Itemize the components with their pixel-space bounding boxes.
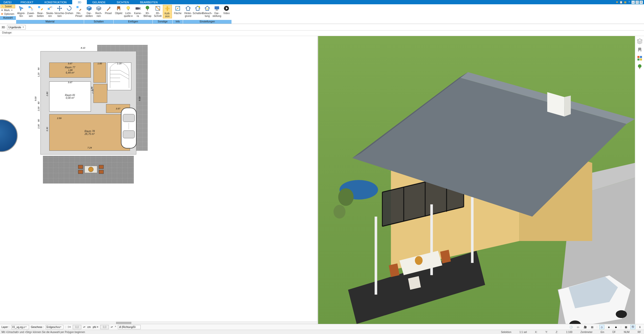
direction-select[interactable]: dl (Richtung/Di bbox=[118, 325, 141, 329]
svg-marker-33 bbox=[205, 6, 210, 10]
room-78: 2.59 Raum 78 26,75 m² 3.30 4.12 7.24 bbox=[49, 114, 130, 151]
ribbon-hintergrund[interactable]: Hinter-grund bbox=[184, 5, 193, 18]
svg-rect-16 bbox=[117, 9, 118, 10]
status-selektion: Selektion bbox=[499, 331, 513, 333]
ribbon-darstellung[interactable]: Dar-stellung bbox=[212, 5, 221, 18]
ribbon-kollision[interactable]: Kolli-sion bbox=[163, 5, 172, 18]
select-rect-icon[interactable]: ▭ bbox=[576, 325, 581, 329]
menu-bearbeiten[interactable]: BEARBEITEN bbox=[135, 0, 163, 4]
ribbon-rechnen[interactable]: Rech-nen bbox=[94, 5, 103, 18]
svg-rect-54 bbox=[123, 131, 135, 138]
mark-button[interactable]: ✸Mark.▾ bbox=[1, 8, 15, 12]
ribbon-video[interactable]: Video bbox=[222, 5, 231, 15]
help-icon[interactable]: ? bbox=[627, 1, 631, 4]
menu-konstruktion[interactable]: KONSTRUKTION bbox=[39, 0, 72, 4]
svg-line-25 bbox=[156, 6, 160, 10]
camera-icon[interactable]: 🎥 bbox=[583, 325, 588, 329]
layers-icon[interactable] bbox=[637, 38, 643, 44]
view-3d[interactable] bbox=[318, 36, 635, 324]
svg-point-32 bbox=[198, 6, 200, 8]
ribbon-hinpinsel[interactable]: Hin.Pinsel bbox=[74, 5, 83, 18]
hscroll-2d[interactable] bbox=[0, 321, 317, 324]
svg-rect-102 bbox=[639, 67, 640, 69]
assign-icon bbox=[28, 5, 34, 11]
ribbon-zuweisen[interactable]: Zuwei-sen bbox=[26, 5, 35, 18]
l-label: l = bbox=[68, 326, 71, 328]
geschoss-label: Geschoss : bbox=[31, 326, 44, 328]
pool-plan bbox=[0, 119, 18, 152]
ribbon-drehen[interactable]: Drehen bbox=[65, 5, 74, 15]
clipboard-icon[interactable]: 📋 bbox=[619, 1, 623, 4]
terrace-furniture-plan bbox=[73, 160, 109, 180]
maximize-icon[interactable]: □ bbox=[635, 1, 639, 4]
clock-icon[interactable]: 🕓 bbox=[569, 325, 574, 329]
menubar: DATEI PROJEKT KONSTRUKTION 3D GELÄNDE SI… bbox=[0, 0, 644, 4]
svg-rect-35 bbox=[215, 6, 219, 9]
tree-icon[interactable] bbox=[637, 64, 643, 70]
room-stairs: 2.20 bbox=[107, 63, 131, 90]
monitor-icon bbox=[214, 5, 220, 11]
close-icon[interactable]: × bbox=[639, 1, 643, 4]
edit-icon bbox=[37, 5, 43, 11]
ribbon-bearbeiten[interactable]: Bear-beiten bbox=[36, 5, 45, 18]
view-2d[interactable]: 3.67 Raum 77 1,80 6,44 m² 1.00 2.20 bbox=[0, 36, 318, 324]
l-input[interactable] bbox=[73, 325, 81, 329]
group-schatten: Schatten bbox=[84, 20, 113, 24]
minimize-icon[interactable]: – bbox=[631, 1, 635, 4]
svg-rect-20 bbox=[136, 7, 139, 10]
svg-rect-37 bbox=[216, 10, 218, 11]
ribbon-beleuchtung[interactable]: Beleuch-tung bbox=[203, 5, 212, 18]
ribbon-dbitmap[interactable]: 3D-Bitmap bbox=[143, 5, 152, 18]
svg-rect-96 bbox=[641, 50, 641, 52]
menu-gelaende[interactable]: GELÄNDE bbox=[87, 0, 111, 4]
ribbon-skalieren[interactable]: Skalie-ren bbox=[45, 5, 55, 18]
group-sonstige: Sonstige bbox=[153, 20, 172, 24]
group-einstellungen: Einstellungen bbox=[183, 20, 231, 24]
ribbon-abgreifen[interactable]: Abgrei-fen bbox=[17, 5, 26, 18]
scale-icon bbox=[47, 5, 53, 11]
ribbon-dschnitt[interactable]: 3D-Schnitt bbox=[153, 5, 162, 18]
svg-point-84 bbox=[415, 256, 423, 265]
ribbon-lichtquelle[interactable]: Licht-quelle ▾ bbox=[124, 5, 133, 18]
shape1-icon[interactable]: ◇ bbox=[599, 325, 604, 329]
room-77: 3.67 Raum 77 1,80 6,44 m² bbox=[49, 63, 91, 78]
shape3-icon[interactable]: ◆ bbox=[613, 325, 619, 329]
svg-rect-6 bbox=[76, 6, 79, 8]
grid-icon[interactable]: ▦ bbox=[623, 325, 628, 329]
menu-3d[interactable]: 3D bbox=[72, 0, 87, 4]
north-icon[interactable]: Ⓝ bbox=[630, 325, 635, 329]
menu-sichten[interactable]: SICHTEN bbox=[111, 0, 134, 4]
ribbon: ↖Selekt ✸Mark.▾ ✚Optionen Auswahl Abgrei… bbox=[0, 4, 644, 24]
ribbon-darstellen[interactable]: Dar-stellen bbox=[85, 5, 94, 18]
optionen-button[interactable]: ✚Optionen bbox=[1, 12, 15, 16]
chair-icon[interactable] bbox=[637, 47, 643, 53]
tool-icon[interactable]: ✖ bbox=[615, 1, 619, 4]
phi-input[interactable] bbox=[100, 325, 109, 329]
status-scale: 1:100 bbox=[564, 331, 574, 333]
ribbon-schatten[interactable]: Schatten bbox=[193, 5, 202, 15]
room-small: 1.98 bbox=[93, 84, 107, 103]
shape2-icon[interactable]: ◈ bbox=[606, 325, 611, 329]
dialoge-bar: Dialoge: bbox=[0, 31, 644, 36]
menu-projekt[interactable]: PROJEKT bbox=[15, 0, 39, 4]
layer-select[interactable]: 01_ug,eg,o▾ bbox=[11, 325, 29, 329]
ribbon-pinsel[interactable]: Pinsel bbox=[104, 5, 113, 15]
info-icon[interactable]: ℹ bbox=[637, 325, 642, 329]
ribbon-verschieben[interactable]: Verschie-ben bbox=[55, 5, 64, 18]
selekt-button[interactable]: ↖Selekt bbox=[1, 5, 15, 8]
right-toolbar bbox=[635, 36, 644, 324]
svg-marker-87 bbox=[408, 276, 421, 290]
ribbon-objekt[interactable]: Objekt bbox=[114, 5, 123, 15]
ribbon-flche[interactable]: Fläche bbox=[173, 5, 182, 15]
menu-file[interactable]: DATEI bbox=[0, 0, 15, 4]
layers2-icon[interactable]: ▤ bbox=[590, 325, 595, 329]
svg-point-81 bbox=[338, 188, 353, 206]
geschoss-select[interactable]: Erdgeschos▾ bbox=[46, 325, 63, 329]
collision-icon bbox=[164, 6, 170, 12]
layer-combo[interactable]: Urgelände▾ bbox=[7, 25, 26, 29]
palette-icon[interactable] bbox=[637, 55, 643, 61]
ribbon-kamera[interactable]: Kame-ra bbox=[133, 5, 142, 18]
box-icon[interactable]: ▦ bbox=[623, 1, 627, 4]
context-bar: 3D Urgelände▾ bbox=[0, 24, 644, 31]
move-icon bbox=[57, 5, 63, 11]
